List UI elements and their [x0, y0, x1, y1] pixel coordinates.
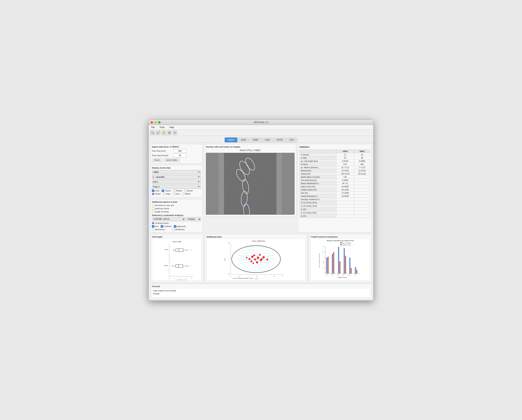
maximize-button[interactable]	[158, 121, 161, 123]
additional-plots-chart: RecN-YFP v 1 /+MMC	[207, 239, 306, 281]
svg-text:0.5: 0.5	[228, 242, 230, 244]
reset-button[interactable]: Reset	[152, 158, 162, 162]
close-button[interactable]	[151, 121, 153, 123]
tab-import[interactable]: Import	[225, 137, 237, 142]
svg-text:0.2: 0.2	[323, 267, 324, 268]
stats-row-value: 38	[354, 156, 370, 159]
svg-rect-125	[355, 267, 356, 274]
tab-sqd[interactable]: SQD	[262, 137, 273, 142]
menu-tools[interactable]: Tools	[158, 126, 166, 129]
menu-help[interactable]: Help	[168, 126, 175, 129]
svg-rect-115	[326, 258, 327, 274]
series-dropdown[interactable]: 1 - series001	[152, 175, 201, 179]
svg-point-77	[262, 256, 265, 258]
phase-radio-item[interactable]: Phase	[152, 193, 161, 195]
svg-text:-0.5: -0.5	[227, 273, 230, 275]
svg-point-16	[245, 187, 246, 188]
svg-point-72	[251, 256, 253, 258]
cursor-icon[interactable]: ⊹	[173, 130, 177, 135]
stats-row-value: 7 / 0.07	[354, 166, 370, 169]
sum-label: Sum	[176, 193, 180, 195]
additional-section-title: Additional options & plots	[152, 201, 201, 203]
track-dropdown[interactable]: Track 1	[152, 185, 201, 189]
time-interval-input[interactable]	[173, 153, 186, 157]
all-tracks-row: all tracks on one cell	[152, 204, 201, 207]
tab-msd[interactable]: MSD	[238, 137, 249, 142]
stats-row-value: 54	[336, 156, 354, 159]
segments-checkbox[interactable]	[174, 225, 176, 228]
cells-checkbox[interactable]	[152, 190, 154, 192]
free-checkbox-item[interactable]: free	[152, 225, 158, 228]
sum-radio[interactable]	[172, 193, 175, 195]
tab-sda[interactable]: SDA	[286, 137, 297, 142]
stats-row-label: c̄₁ [%]	[300, 207, 336, 211]
stats-row-value: 11	[336, 153, 354, 156]
svg-rect-123	[349, 258, 350, 274]
movie-checkbox[interactable]	[184, 190, 187, 192]
stats-row-label: τ̄₂ (2-comp.) [ms]	[300, 204, 336, 207]
confined-checkbox[interactable]	[161, 225, 163, 228]
all-tracks-label: all tracks on one cell	[155, 204, 174, 206]
svg-rect-17	[158, 239, 195, 280]
svg-rect-122	[345, 256, 346, 274]
titlebar: SMTracker 1.5	[149, 120, 373, 125]
confined-checkbox-item[interactable]: confined	[161, 225, 172, 228]
track-type-row: free confined segments	[152, 225, 201, 228]
overlay-section: Overlay cells and tracks on images RecN-…	[204, 144, 296, 216]
zoom-in-icon[interactable]: 🔎	[156, 130, 160, 135]
svg-text:1: 1	[324, 257, 325, 258]
white-radio[interactable]	[182, 193, 184, 195]
condition-dropdown[interactable]: +MMC -MMC	[152, 170, 201, 174]
all-movies-item[interactable]: All Movies	[172, 228, 184, 231]
sum-radio-item[interactable]: Sum	[172, 193, 180, 195]
length-tracks-radio[interactable]	[152, 211, 154, 213]
sla-dropdown[interactable]: CUSTOM : 120 nm	[152, 217, 185, 221]
select-folder-button[interactable]: Select folder	[164, 158, 180, 162]
free-checkbox[interactable]	[152, 225, 154, 228]
cells-checkbox-item[interactable]: Cells	[152, 190, 159, 192]
length-tracks-option[interactable]: length of tracks	[152, 211, 169, 213]
dapi-radio[interactable]	[163, 193, 165, 195]
tab-appd[interactable]: APPD	[273, 137, 286, 142]
length-of-tracks-row: length of tracks	[152, 211, 201, 213]
display-section-title: Display movie data	[152, 167, 201, 169]
sla-steps-dropdown[interactable]: 8 step(s)	[186, 217, 201, 221]
spots-per-frame-radio[interactable]	[152, 207, 154, 210]
all-movies-checkbox[interactable]	[172, 228, 175, 231]
svg-text:+MMC: +MMC	[164, 265, 168, 267]
movie-checkbox-item[interactable]: Movie	[184, 190, 193, 192]
cell-dropdown[interactable]: Cell 1	[152, 180, 201, 184]
phase-radio[interactable]	[152, 193, 154, 195]
dwell-times-radio[interactable]	[152, 228, 154, 231]
spots-per-frame-option[interactable]: spots per frame	[152, 207, 169, 210]
pixel-size-input[interactable]	[173, 149, 186, 153]
confined-tracks-radio[interactable]	[152, 222, 154, 224]
console-text: Data loaded successfully. Ready!	[152, 288, 370, 298]
console-line2: Ready!	[153, 292, 160, 295]
stats-row-value: 10.9000	[336, 194, 354, 198]
segments-label: segments	[177, 225, 186, 228]
confined-tracks-option[interactable]: confined tracks	[152, 222, 169, 224]
tab-gmm[interactable]: GMM	[250, 137, 261, 142]
segments-checkbox-item[interactable]: segments	[174, 225, 186, 228]
delete-checkbox[interactable]	[173, 190, 176, 192]
stats-row-label: # movies	[300, 153, 336, 156]
dapi-radio-item[interactable]: Dapi	[163, 193, 170, 195]
tracks-checkbox[interactable]	[162, 190, 164, 192]
stats-row-label: Steps distribution fr...	[300, 182, 336, 185]
stats-row-value	[336, 204, 354, 207]
all-tracks-option[interactable]: all tracks on one cell	[152, 204, 174, 207]
dwell-times-option[interactable]: dwell times	[152, 228, 165, 231]
stats-row-value	[354, 175, 370, 178]
hand-icon[interactable]: ✋	[161, 130, 166, 135]
search-icon[interactable]: 🔍	[150, 130, 155, 135]
white-radio-item[interactable]: White	[182, 193, 190, 195]
tracks-checkbox-item[interactable]: Tracks	[162, 190, 171, 192]
delete-checkbox-item[interactable]: Delete	[173, 190, 182, 192]
stats-row-value	[336, 207, 354, 211]
refresh-icon[interactable]: ↺	[167, 130, 172, 135]
stats-row-value: 12 / 0.12	[336, 166, 354, 169]
menu-file[interactable]: File	[150, 126, 156, 129]
all-tracks-radio[interactable]	[152, 204, 154, 207]
minimize-button[interactable]	[154, 121, 157, 123]
